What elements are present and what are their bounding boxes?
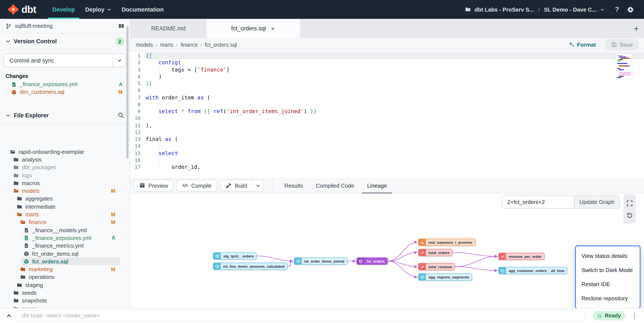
kebab-menu-icon[interactable] — [632, 313, 638, 319]
tab-README.md[interactable]: README.md — [130, 19, 206, 38]
tree-item-staging[interactable]: staging — [0, 281, 130, 289]
change-file-name: dim_customers.sql — [20, 89, 64, 95]
tree-item-label: rapid-onboarding-exemplar — [18, 148, 84, 155]
change-item[interactable]: dim_customers.sqlM — [0, 88, 130, 96]
line-content: order_id, — [145, 164, 644, 171]
tree-item-_finance_exposures.yml[interactable]: _finance_exposures.ymlA — [0, 234, 130, 242]
tree-item-models[interactable]: modelsM — [0, 187, 130, 195]
lineage-node-revenue_per_order[interactable]: revenue_per_order — [498, 253, 544, 260]
line-number: 17 — [130, 164, 145, 171]
lineage-node-stg_tpch__orders[interactable]: stg_tpch__orders — [213, 252, 257, 260]
tree-item-snapshots[interactable]: snapshots — [0, 297, 130, 304]
minimap[interactable] — [616, 54, 632, 79]
docs-book-icon[interactable] — [118, 23, 124, 29]
code-editor[interactable]: 1{{2 config(3 tags = ['finance']4 )5}}67… — [130, 52, 644, 178]
node-label: agg_regions_segments — [426, 274, 472, 280]
nav-item-develop[interactable]: Develop — [47, 0, 80, 19]
menu-item-view-status-details[interactable]: View status details — [576, 249, 640, 263]
tree-item-_finance_metrics.yml[interactable]: _finance_metrics.yml — [0, 242, 130, 250]
tree-item-target[interactable]: target — [0, 304, 130, 308]
settings-gear-icon[interactable] — [627, 6, 634, 13]
tree-item-marts[interactable]: martsM — [0, 210, 130, 218]
tree-item-fct_order_items.sql[interactable]: fct_order_items.sql — [0, 250, 130, 258]
compile-button[interactable]: Compile — [177, 180, 217, 192]
command-input[interactable] — [16, 310, 586, 321]
lineage-node-real_exposure_i_promise[interactable]: real_exposure_i_promise — [418, 238, 476, 246]
lineage-node-total_revenue[interactable]: total_revenue — [418, 263, 455, 270]
node-label: stg_tpch__orders — [221, 253, 256, 259]
tree-item-logs[interactable]: logs — [0, 171, 130, 179]
line-content: ), — [145, 122, 644, 129]
fullscreen-icon[interactable] — [626, 200, 633, 206]
line-number: 3 — [130, 66, 145, 73]
chevron-up-icon[interactable] — [6, 313, 12, 319]
menu-item-restart-ide[interactable]: Restart IDE — [576, 277, 640, 291]
tab-fct_orders.sql[interactable]: fct_orders.sql — [206, 19, 300, 38]
reset-view-icon[interactable] — [626, 212, 633, 218]
dbt-logo[interactable]: dbt — [7, 0, 36, 19]
folder-icon — [13, 298, 19, 304]
folder-open-icon — [17, 212, 22, 217]
tree-item-operations[interactable]: operations — [0, 273, 130, 281]
preview-button[interactable]: Preview — [134, 180, 174, 192]
panel-tab-lineage[interactable]: Lineage — [367, 178, 387, 193]
button-label: Compile — [191, 182, 212, 189]
tree-item-analysis[interactable]: analysis — [0, 156, 130, 164]
tree-item-macros[interactable]: macros — [0, 179, 130, 187]
tree-item-fct_orders.sql[interactable]: fct_orders.sql — [0, 258, 130, 266]
account-folder-icon — [465, 6, 471, 12]
commit-options-caret[interactable] — [112, 54, 126, 67]
tree-item-_finance__models.yml[interactable]: _finance__models.yml — [0, 226, 130, 234]
version-control-header[interactable]: Version Control 2 — [0, 34, 130, 50]
tree-item-marketing[interactable]: marketingM — [0, 266, 130, 273]
build-options-caret[interactable] — [252, 180, 264, 191]
panel-tab-results[interactable]: Results — [284, 178, 303, 193]
tree-item-rapid-onboarding-exemplar[interactable]: rapid-onboarding-exemplar — [0, 148, 130, 156]
tree-scrollbar[interactable] — [126, 26, 128, 158]
lineage-node-int_line_items_amounts_calculated[interactable]: int_line_items_amounts_calculated — [213, 262, 288, 270]
lineage-selector-input[interactable] — [502, 195, 574, 208]
build-button[interactable]: Build — [221, 180, 252, 191]
nav-item-deploy[interactable]: Deploy — [80, 0, 116, 19]
commit-and-sync-button[interactable]: Commit and sync — [4, 54, 126, 67]
menu-item-switch-to-dark-mode[interactable]: Switch to Dark Mode — [576, 263, 640, 277]
lineage-node-fct_orders[interactable]: fct_orders — [356, 258, 388, 265]
line-number: 11 — [130, 122, 145, 129]
folder-open-icon — [20, 220, 26, 225]
tree-item-dbt_packages[interactable]: dbt_packages — [0, 164, 130, 171]
toolbar-divider — [273, 178, 273, 193]
lineage-node-total_orders[interactable]: total_orders — [418, 249, 452, 256]
chevron-down-icon[interactable] — [600, 7, 604, 12]
branch-selector[interactable]: sqlfluff-meeting — [0, 19, 130, 34]
folder-icon — [13, 164, 19, 170]
line-content: ) — [145, 73, 644, 80]
help-button[interactable]: ? — [615, 6, 619, 13]
update-graph-button[interactable]: Update Graph — [574, 195, 620, 208]
lineage-node-int_order_items_joined[interactable]: int_order_items_joined — [294, 258, 347, 265]
git-status-badge: M — [111, 266, 115, 272]
dbt-cloud-ide: dbt DevelopDeployDocumentation dbt Labs … — [0, 0, 644, 323]
save-button[interactable]: Save — [605, 39, 638, 50]
panel-tab-compiled-code[interactable]: Compiled Code — [316, 178, 354, 193]
line-number: 6 — [130, 87, 145, 94]
new-tab-plus-icon[interactable] — [633, 26, 639, 32]
lineage-node-agg_regions_segments[interactable]: agg_regions_segments — [418, 273, 472, 280]
close-icon[interactable] — [270, 26, 275, 31]
change-item[interactable]: _finance_exposures.ymlA — [0, 80, 130, 88]
nav-item-documentation[interactable]: Documentation — [116, 0, 169, 19]
tree-item-aggregates[interactable]: aggregates — [0, 195, 130, 203]
lineage-panel: stg_tpch__ordersint_line_items_amounts_c… — [130, 194, 644, 308]
account-name[interactable]: dbt Labs - ProServ S... — [474, 6, 534, 13]
status-label: Ready — [605, 313, 621, 319]
file-icon — [24, 243, 29, 248]
lineage-node-agg_customer_orders__all_time[interactable]: agg_customer_orders__all_time — [498, 267, 568, 274]
tree-item-finance[interactable]: financeM — [0, 218, 130, 226]
tree-item-intermediate[interactable]: intermediate — [0, 202, 130, 210]
project-selector[interactable]: SL Demo - Dave C... — [544, 6, 596, 13]
tree-item-seeds[interactable]: seeds — [0, 289, 130, 297]
menu-item-reclone-repository[interactable]: Reclone repository — [576, 291, 640, 306]
file-explorer-header[interactable]: File Explorer — [0, 107, 130, 123]
search-icon[interactable] — [118, 112, 124, 119]
folder-icon — [13, 157, 19, 162]
format-button[interactable]: Format — [568, 41, 596, 48]
